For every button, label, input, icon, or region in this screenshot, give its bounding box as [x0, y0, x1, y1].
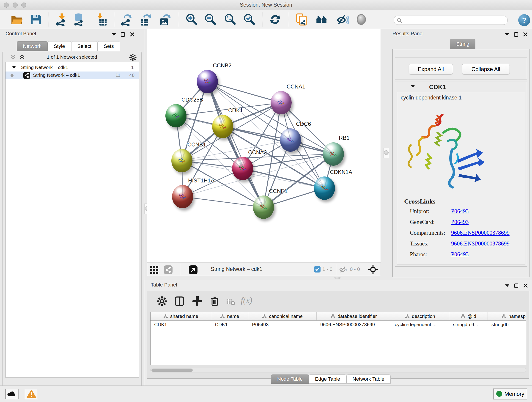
crosslink-value-link[interactable]: P06493 — [451, 219, 469, 225]
warnings-button[interactable] — [25, 389, 38, 399]
panel-menu-icon[interactable] — [505, 284, 509, 287]
crosslink-value-link[interactable]: P06493 — [451, 208, 469, 215]
network-node-hist1h1a[interactable] — [172, 185, 193, 208]
float-panel-icon[interactable] — [514, 32, 518, 37]
close-panel-icon[interactable] — [523, 283, 528, 288]
horizontal-splitter-handle[interactable] — [332, 276, 343, 280]
tab-sets[interactable]: Sets — [98, 41, 120, 51]
cloud-status-button[interactable] — [5, 389, 19, 399]
export-table-button[interactable] — [139, 13, 152, 26]
collapse-gene-icon[interactable] — [411, 85, 415, 88]
search-box[interactable] — [394, 16, 508, 25]
network-edge[interactable] — [207, 82, 281, 103]
help-button[interactable]: ? — [518, 14, 530, 26]
zoom-out-button[interactable] — [204, 13, 217, 26]
birdseye-view-icon[interactable] — [150, 266, 158, 274]
delete-column-button[interactable] — [209, 296, 220, 306]
float-panel-icon[interactable] — [121, 32, 125, 37]
gene-section-header[interactable]: CDK1 — [395, 82, 527, 92]
network-node-cdc6[interactable] — [280, 128, 301, 152]
crosslink-value-link[interactable]: 9606.ENSP00000378699 — [451, 230, 510, 236]
table-horizontal-scrollbar[interactable] — [150, 368, 526, 372]
function-builder-button-disabled[interactable]: f(x) — [241, 295, 252, 305]
export-network-button[interactable] — [120, 13, 133, 26]
close-panel-icon[interactable] — [523, 32, 528, 37]
collapse-collection-icon[interactable] — [12, 66, 16, 69]
zoom-fit-button[interactable] — [224, 13, 237, 26]
close-panel-icon[interactable] — [130, 32, 134, 37]
expand-all-button[interactable]: Expand All — [409, 64, 453, 75]
column-header-database-identifier[interactable]: database identifier — [317, 312, 391, 320]
tab-network-table[interactable]: Network Table — [346, 375, 391, 384]
network-node-rb1[interactable] — [323, 142, 344, 166]
zoom-selected-button[interactable] — [243, 13, 256, 26]
float-panel-icon[interactable] — [514, 283, 518, 288]
network-node-ccna1[interactable] — [271, 91, 292, 114]
table-cell[interactable]: stringdb — [488, 321, 526, 329]
network-edge[interactable] — [182, 82, 207, 161]
panel-menu-icon[interactable] — [112, 33, 116, 36]
show-columns-button[interactable] — [174, 296, 185, 306]
crosshair-icon[interactable] — [368, 265, 378, 274]
save-session-button[interactable] — [29, 13, 43, 26]
table-cell[interactable]: cyclin-dependent ... — [391, 321, 449, 329]
tab-select[interactable]: Select — [71, 41, 98, 51]
column-header-namespace[interactable]: namespace — [488, 312, 526, 320]
network-node-cdk1[interactable] — [212, 115, 233, 138]
network-node-ccnb2[interactable] — [197, 70, 218, 93]
panel-menu-icon[interactable] — [505, 33, 509, 36]
gear-icon[interactable] — [129, 53, 137, 61]
home-button[interactable] — [315, 13, 328, 26]
level-of-detail-button[interactable] — [355, 13, 368, 26]
refresh-layout-button[interactable] — [268, 13, 282, 26]
column-header-name[interactable]: name — [211, 312, 248, 320]
table-cell[interactable]: P06493 — [248, 321, 317, 329]
node-table[interactable]: shared namenamecanonical namedatabase id… — [150, 312, 526, 365]
zoom-in-button[interactable] — [185, 13, 198, 26]
network-node-cdkn1a[interactable] — [314, 177, 335, 200]
scrollbar-thumb[interactable] — [152, 369, 193, 372]
table-cell[interactable]: stringdb:9... — [449, 321, 488, 329]
network-node-ccne1[interactable] — [253, 196, 274, 219]
column-header-description[interactable]: description — [391, 312, 449, 320]
network-node-ccna2[interactable] — [232, 157, 253, 180]
tab-string[interactable]: String — [450, 39, 475, 49]
network-node-cdc25b[interactable] — [165, 104, 186, 128]
delete-table-button-disabled[interactable] — [226, 297, 235, 306]
memory-button[interactable]: Memory — [493, 389, 527, 400]
create-column-button[interactable] — [192, 296, 203, 306]
network-edge[interactable] — [207, 82, 264, 207]
import-table-file-button[interactable] — [94, 13, 108, 26]
network-collection-row[interactable]: String Network – cdk1 1 — [6, 64, 139, 71]
import-network-file-button[interactable] — [55, 13, 68, 26]
tab-network[interactable]: Network — [17, 41, 48, 51]
right-splitter-handle[interactable] — [384, 148, 389, 158]
table-row[interactable]: CDK1CDK1P064939606.ENSP00000378699cyclin… — [151, 321, 526, 329]
collapse-all-button[interactable]: Collapse All — [462, 64, 510, 75]
selected-checkbox-icon[interactable] — [314, 266, 321, 273]
column-header-@id[interactable]: @id — [449, 312, 488, 320]
table-cell[interactable]: CDK1 — [211, 321, 248, 329]
network-row-selected[interactable]: String Network – cdk1 11 48 — [6, 71, 139, 79]
network-edge[interactable] — [243, 168, 324, 188]
crosslink-value-link[interactable]: 9606.ENSP00000378699 — [451, 240, 510, 247]
crosslink-value-link[interactable]: P06493 — [451, 251, 469, 258]
network-node-ccnb1[interactable] — [171, 149, 192, 172]
tab-style[interactable]: Style — [48, 41, 71, 51]
table-cell[interactable]: CDK1 — [151, 321, 211, 329]
open-in-window-icon[interactable] — [189, 265, 198, 274]
import-network-database-button[interactable] — [72, 13, 86, 26]
tab-node-table[interactable]: Node Table — [271, 375, 309, 384]
table-options-button[interactable] — [157, 296, 167, 306]
hide-graphics-details-button[interactable] — [336, 13, 349, 26]
network-edge[interactable] — [183, 197, 264, 207]
column-header-canonical-name[interactable]: canonical name — [248, 312, 317, 320]
open-session-button[interactable] — [10, 13, 23, 26]
share-view-icon[interactable] — [164, 265, 173, 274]
search-input[interactable] — [404, 16, 505, 24]
network-canvas[interactable]: CCNB2CCNA1CDC25BCDK1CDC6RB1CCNB1CCNA2CDK… — [147, 29, 381, 263]
column-header-shared-name[interactable]: shared name — [151, 312, 211, 320]
export-image-button[interactable] — [158, 13, 171, 26]
tab-edge-table[interactable]: Edge Table — [309, 375, 346, 384]
clone-network-button[interactable] — [295, 13, 308, 26]
